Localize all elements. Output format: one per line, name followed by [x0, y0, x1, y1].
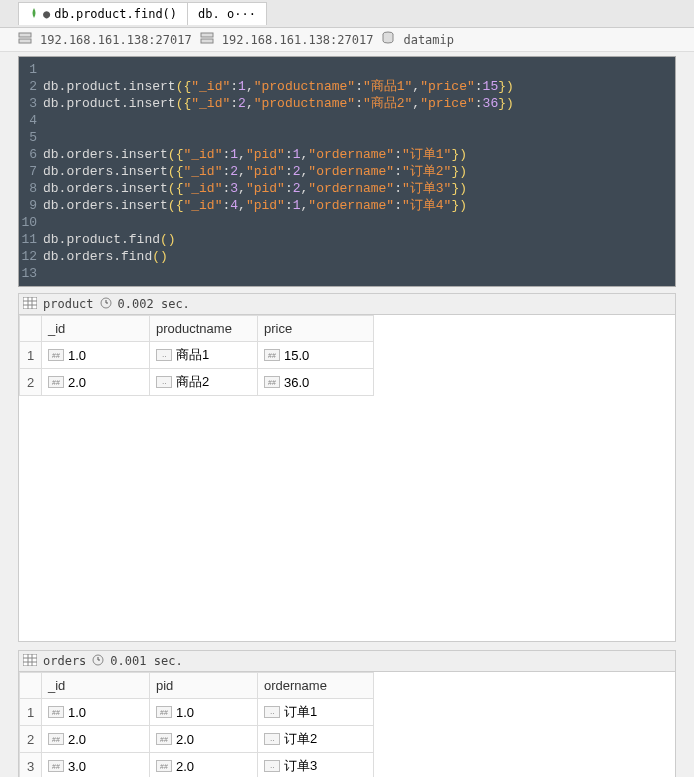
editor-line[interactable]: 5	[19, 129, 675, 146]
table-row[interactable]: 2##2.0‥商品2##36.0	[20, 369, 374, 396]
row-number: 2	[20, 726, 42, 753]
server-icon	[200, 31, 214, 48]
column-header[interactable]: _id	[42, 316, 150, 342]
row-number: 3	[20, 753, 42, 778]
number-type-icon: ##	[156, 706, 172, 718]
editor-line[interactable]: 3db.product.insert({"_id":2,"productname…	[19, 95, 675, 112]
column-header[interactable]: ordername	[258, 673, 374, 699]
editor-line[interactable]: 1	[19, 61, 675, 78]
editor-line[interactable]: 10	[19, 214, 675, 231]
string-type-icon: ‥	[156, 349, 172, 361]
cell[interactable]: ##2.0	[42, 369, 150, 396]
code-content[interactable]	[43, 112, 51, 129]
cell[interactable]: ##2.0	[150, 753, 258, 778]
tab-label: db.product.find()	[54, 7, 177, 21]
editor-line[interactable]: 4	[19, 112, 675, 129]
cell[interactable]: ##2.0	[150, 726, 258, 753]
code-content[interactable]: db.orders.insert({"_id":4,"pid":1,"order…	[43, 197, 467, 214]
code-editor[interactable]: 1 2db.product.insert({"_id":1,"productna…	[18, 56, 676, 287]
result-time: 0.001 sec.	[110, 654, 182, 668]
product-table[interactable]: _idproductnameprice1##1.0‥商品1##15.02##2.…	[19, 315, 374, 396]
cell[interactable]: ‥订单3	[258, 753, 374, 778]
line-number: 7	[19, 163, 43, 180]
dirty-indicator-icon	[43, 7, 50, 21]
string-type-icon: ‥	[264, 760, 280, 772]
line-number: 13	[19, 265, 43, 282]
string-type-icon: ‥	[156, 376, 172, 388]
cell[interactable]: ##1.0	[42, 342, 150, 369]
cell[interactable]: ##2.0	[42, 726, 150, 753]
editor-line[interactable]: 11db.product.find()	[19, 231, 675, 248]
code-content[interactable]: db.product.find()	[43, 231, 176, 248]
cell[interactable]: ##3.0	[42, 753, 150, 778]
editor-line[interactable]: 2db.product.insert({"_id":1,"productname…	[19, 78, 675, 95]
cell[interactable]: ‥商品1	[150, 342, 258, 369]
editor-line[interactable]: 7db.orders.insert({"_id":2,"pid":2,"orde…	[19, 163, 675, 180]
column-header[interactable]: price	[258, 316, 374, 342]
cell-value: 订单3	[284, 757, 317, 775]
cell[interactable]: ##1.0	[42, 699, 150, 726]
orders-table[interactable]: _idpidordername1##1.0##1.0‥订单12##2.0##2.…	[19, 672, 374, 777]
column-header[interactable]: productname	[150, 316, 258, 342]
grid-icon	[23, 297, 37, 312]
svg-rect-13	[23, 654, 37, 666]
tab-query-1[interactable]: db.product.find()	[18, 2, 188, 25]
database-name: datamip	[403, 33, 454, 47]
result-name: product	[43, 297, 94, 311]
line-number: 11	[19, 231, 43, 248]
code-content[interactable]	[43, 129, 51, 146]
line-number: 6	[19, 146, 43, 163]
cell[interactable]: ‥订单2	[258, 726, 374, 753]
number-type-icon: ##	[264, 376, 280, 388]
table-row[interactable]: 1##1.0‥商品1##15.0	[20, 342, 374, 369]
number-type-icon: ##	[48, 760, 64, 772]
grid-icon	[23, 654, 37, 669]
number-type-icon: ##	[48, 376, 64, 388]
tab-label: db. o···	[198, 7, 256, 21]
clock-icon	[92, 654, 104, 669]
string-type-icon: ‥	[264, 706, 280, 718]
svg-rect-5	[23, 297, 37, 309]
line-number: 5	[19, 129, 43, 146]
code-content[interactable]: db.orders.find()	[43, 248, 168, 265]
cell[interactable]: ##1.0	[150, 699, 258, 726]
editor-line[interactable]: 6db.orders.insert({"_id":1,"pid":1,"orde…	[19, 146, 675, 163]
code-content[interactable]: db.product.insert({"_id":2,"productname"…	[43, 95, 514, 112]
code-content[interactable]	[43, 214, 51, 231]
cell[interactable]: ##36.0	[258, 369, 374, 396]
cell-value: 2.0	[176, 759, 194, 774]
line-number: 10	[19, 214, 43, 231]
editor-line[interactable]: 12db.orders.find()	[19, 248, 675, 265]
column-header[interactable]: _id	[42, 673, 150, 699]
clock-icon	[100, 297, 112, 312]
cell[interactable]: ##15.0	[258, 342, 374, 369]
table-row[interactable]: 3##3.0##2.0‥订单3	[20, 753, 374, 778]
code-content[interactable]: db.product.insert({"_id":1,"productname"…	[43, 78, 514, 95]
cell-value: 商品2	[176, 373, 209, 391]
table-row[interactable]: 2##2.0##2.0‥订单2	[20, 726, 374, 753]
code-content[interactable]: db.orders.insert({"_id":3,"pid":2,"order…	[43, 180, 467, 197]
column-header[interactable]: pid	[150, 673, 258, 699]
editor-line[interactable]: 8db.orders.insert({"_id":3,"pid":2,"orde…	[19, 180, 675, 197]
svg-rect-1	[19, 39, 31, 43]
code-content[interactable]: db.orders.insert({"_id":2,"pid":2,"order…	[43, 163, 467, 180]
server-icon	[18, 31, 32, 48]
tab-query-2[interactable]: db. o···	[188, 2, 267, 25]
code-content[interactable]: db.orders.insert({"_id":1,"pid":1,"order…	[43, 146, 467, 163]
cell[interactable]: ‥商品2	[150, 369, 258, 396]
table-row[interactable]: 1##1.0##1.0‥订单1	[20, 699, 374, 726]
code-content[interactable]	[43, 265, 51, 282]
code-content[interactable]	[43, 61, 51, 78]
cell[interactable]: ‥订单1	[258, 699, 374, 726]
mongo-leaf-icon	[29, 7, 39, 21]
cell-value: 商品1	[176, 346, 209, 364]
database-icon	[381, 31, 395, 48]
line-number: 2	[19, 78, 43, 95]
editor-line[interactable]: 9db.orders.insert({"_id":4,"pid":1,"orde…	[19, 197, 675, 214]
host-1: 192.168.161.138:27017	[40, 33, 192, 47]
editor-line[interactable]: 13	[19, 265, 675, 282]
cell-value: 订单1	[284, 703, 317, 721]
svg-rect-2	[201, 33, 213, 37]
cell-value: 订单2	[284, 730, 317, 748]
cell-value: 2.0	[176, 732, 194, 747]
